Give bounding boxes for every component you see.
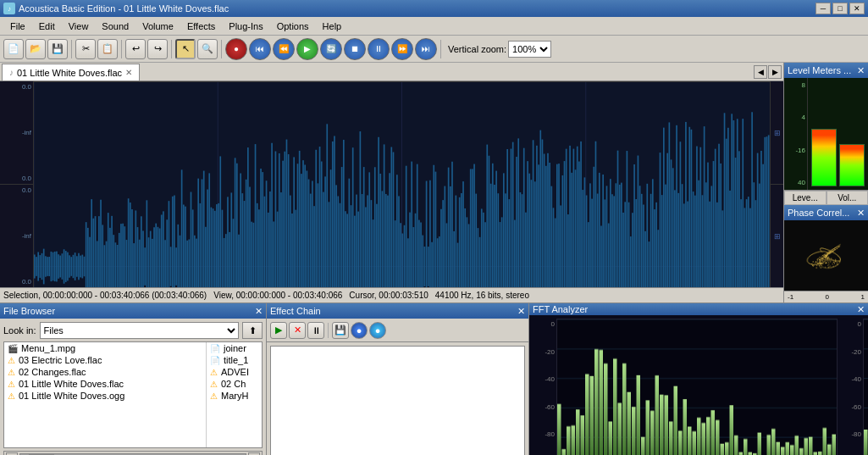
fft-title: FFT Analyzer <box>533 304 588 314</box>
phase-title: Phase Correl... <box>788 208 849 218</box>
menu-options[interactable]: Options <box>270 19 316 33</box>
minimize-button[interactable]: ─ <box>815 3 831 14</box>
cursor-info: Cursor, 00:00:03:510 <box>349 291 428 300</box>
toolbar-separator-4 <box>221 40 222 58</box>
tab-nav-left[interactable]: ◀ <box>754 65 767 79</box>
cut-button[interactable]: ✂ <box>75 39 96 59</box>
menu-file[interactable]: File <box>3 19 32 33</box>
fft-right-y1: -20 <box>839 348 861 356</box>
waveform-tab[interactable]: ♪ 01 Little White Doves.flac ✕ <box>2 64 140 80</box>
open-button[interactable]: 📂 <box>25 39 46 59</box>
zoom-tool[interactable]: 🔍 <box>197 39 218 59</box>
file-item-right[interactable]: 📄joiner <box>207 342 262 354</box>
menu-view[interactable]: View <box>62 19 96 33</box>
menu-sound[interactable]: Sound <box>95 19 135 33</box>
tab-nav-right[interactable]: ▶ <box>768 65 782 79</box>
view-info: View, 00:00:00:000 - 00:03:40:066 <box>213 291 342 300</box>
redo-button[interactable]: ↪ <box>147 39 168 59</box>
menu-edit[interactable]: Edit <box>32 19 62 33</box>
title-bar: ♪ Acoustica Basic Edition - 01 Little Wh… <box>0 0 868 17</box>
toolbar-separator-2 <box>121 40 122 58</box>
stop-button[interactable]: ⏹ <box>344 38 366 60</box>
title-bar-controls: ─ □ ✕ <box>815 3 865 14</box>
pause-button[interactable]: ⏸ <box>368 38 390 60</box>
phase-scale-neg: -1 <box>788 293 793 301</box>
level-meters-close[interactable]: ✕ <box>857 65 865 76</box>
effect-chain-close[interactable]: ✕ <box>517 306 525 317</box>
toolbar: 📄 📂 💾 ✂ 📋 ↩ ↪ ↖ 🔍 ● ⏮ ⏪ ▶ 🔄 ⏹ ⏸ ⏩ ⏭ Vert… <box>0 36 868 63</box>
menu-effects[interactable]: Effects <box>180 19 222 33</box>
zoom-label: Vertical zoom: <box>448 44 506 54</box>
level-tab[interactable]: Leve... <box>784 191 827 205</box>
loop-button[interactable]: 🔄 <box>320 38 342 60</box>
look-in-label: Look in: <box>3 325 36 336</box>
new-button[interactable]: 📄 <box>3 39 24 59</box>
fft-charts: 0 -20 -40 -60 -80 -100 100 1000 10000 <box>529 315 868 455</box>
file-item[interactable]: ⚠01 Little White Doves.ogg <box>4 390 206 402</box>
app-title: Acoustica Basic Edition - 01 Little Whit… <box>19 3 229 14</box>
phase-close[interactable]: ✕ <box>857 208 865 219</box>
file-item-right[interactable]: ⚠MaryH <box>207 390 262 402</box>
fft-left-y1: -20 <box>533 348 555 356</box>
select-tool[interactable]: ↖ <box>175 39 196 59</box>
vertical-zoom-select[interactable]: 100% 200% 50% 25% <box>508 41 551 58</box>
fft-analyzer-panel: FFT Analyzer ✕ 0 -20 -40 -60 -80 -100 <box>529 303 868 455</box>
phase-scale-pos: 1 <box>861 293 865 301</box>
effect-play-btn[interactable]: ▶ <box>270 322 287 339</box>
effect-stop-btn[interactable]: ✕ <box>289 322 306 339</box>
phase-correlator-panel: Phase Correl... ✕ -1 0 1 <box>784 205 868 302</box>
save-button[interactable]: 💾 <box>47 39 68 59</box>
phase-scale-zero: 0 <box>826 293 829 301</box>
file-item-right[interactable]: ⚠ADVEI <box>207 366 262 378</box>
effect-chain-title: Effect Chain <box>270 306 321 316</box>
channel-1 <box>34 82 770 287</box>
fft-right-y2: -40 <box>839 375 861 383</box>
prev-button[interactable]: ⏪ <box>273 38 295 60</box>
effect-load-btn[interactable]: ● <box>351 322 368 339</box>
file-item[interactable]: 🎬Menu_1.mpg <box>4 342 206 354</box>
fft-left-y0: 0 <box>533 320 555 328</box>
ch1-icon: ⊞ <box>771 81 783 185</box>
fft-close[interactable]: ✕ <box>857 304 865 315</box>
toolbar-separator-3 <box>171 40 172 58</box>
fft-left-y3: -60 <box>533 403 555 411</box>
maximize-button[interactable]: □ <box>832 3 848 14</box>
level-meters-panel: Level Meters ... ✕ 8 4 -16 40 Leve... Vo… <box>784 63 868 205</box>
file-item[interactable]: ⚠02 Changes.flac <box>4 366 206 378</box>
file-item[interactable]: ⚠03 Electric Love.flac <box>4 354 206 366</box>
folder-up-button[interactable]: ⬆ <box>242 322 263 339</box>
effect-save-btn[interactable]: 💾 <box>332 322 349 339</box>
file-browser-close[interactable]: ✕ <box>255 306 263 317</box>
copy-button[interactable]: 📋 <box>97 39 118 59</box>
undo-button[interactable]: ↩ <box>125 39 146 59</box>
ch2-icon: ⊞ <box>771 185 783 287</box>
fft-left-y2: -40 <box>533 375 555 383</box>
menu-volume[interactable]: Volume <box>135 19 180 33</box>
menu-bar: File Edit View Sound Volume Effects Plug… <box>0 17 868 36</box>
fft-right-y4: -80 <box>839 430 861 438</box>
effect-run-btn[interactable]: ● <box>369 322 386 339</box>
vol-tab[interactable]: Vol... <box>827 191 869 205</box>
effect-pause-btn[interactable]: ⏸ <box>307 322 324 339</box>
record-button[interactable]: ● <box>225 38 247 60</box>
tab-close-button[interactable]: ✕ <box>125 68 132 77</box>
toolbar-separator-1 <box>71 40 72 58</box>
tabs-bar: ♪ 01 Little White Doves.flac ✕ ◀ ▶ <box>0 63 783 81</box>
play-button[interactable]: ▶ <box>296 38 318 60</box>
next-button[interactable]: ⏩ <box>391 38 413 60</box>
file-item-right[interactable]: 📄title_1 <box>207 354 262 366</box>
file-list-right: 📄joiner 📄title_1 ⚠ADVEI ⚠02 Ch ⚠MaryH <box>207 342 262 447</box>
menu-plugins[interactable]: Plug-Ins <box>222 19 269 33</box>
menu-help[interactable]: Help <box>316 19 349 33</box>
file-list-left: 🎬Menu_1.mpg ⚠03 Electric Love.flac ⚠02 C… <box>4 342 207 447</box>
end-button[interactable]: ⏭ <box>415 38 437 60</box>
file-item[interactable]: ⚠01 Little White Doves.flac <box>4 378 206 390</box>
close-button[interactable]: ✕ <box>849 3 865 14</box>
waveform-status: Selection, 00:00:00:000 - 00:03:40:066 (… <box>0 287 783 302</box>
file-browser-title: File Browser <box>3 306 55 316</box>
file-item-right[interactable]: ⚠02 Ch <box>207 378 262 390</box>
level-meters-title: Level Meters ... <box>788 65 851 75</box>
look-in-select[interactable]: Files <box>40 322 239 339</box>
rewind-button[interactable]: ⏮ <box>249 38 271 60</box>
effect-chain-list <box>270 346 525 455</box>
